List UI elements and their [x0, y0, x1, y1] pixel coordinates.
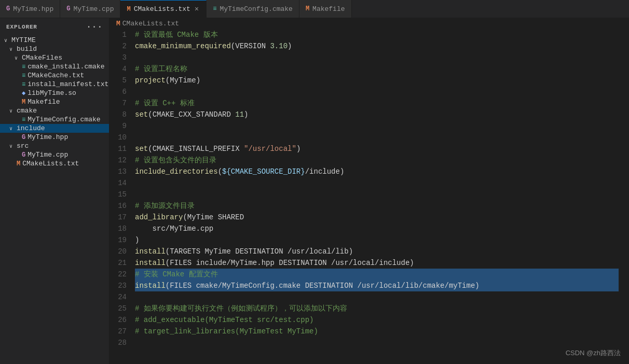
- tab-bar: GMyTime.hppGMyTime.cppMCMakeLists.txt×≡M…: [0, 0, 629, 18]
- token: MyTime SHARED: [187, 213, 244, 221]
- token: # 设置包含头文件的目录: [135, 156, 216, 164]
- tree-item-9[interactable]: ∨include: [0, 124, 109, 133]
- file-icon-8: ≡: [22, 116, 25, 123]
- code-line-21: install(FILES include/MyTime.hpp DESTINA…: [135, 257, 619, 269]
- token: ): [244, 110, 248, 119]
- tab-mytime-cpp[interactable]: GMyTime.cpp: [60, 0, 120, 18]
- root-label: MYTIME: [11, 36, 36, 44]
- token: ): [196, 76, 200, 85]
- code-line-19: ): [135, 234, 619, 246]
- line-num-3: 3: [114, 52, 127, 63]
- token: set: [135, 145, 148, 153]
- breadcrumb-icon: M: [116, 20, 120, 27]
- tree-item-2[interactable]: ≡cmake_install.cmake: [0, 62, 109, 71]
- tree-item-5[interactable]: ◆libMyTime.so: [0, 89, 109, 97]
- token: (: [166, 247, 170, 256]
- tree-item-0[interactable]: ∨build: [0, 45, 109, 53]
- code-line-8: set(CMAKE_CXX_STANDARD 11): [135, 109, 619, 120]
- token: (: [166, 259, 170, 267]
- line-num-1: 1: [114, 29, 127, 40]
- token: include_directories: [135, 167, 218, 176]
- line-num-5: 5: [114, 75, 127, 86]
- sidebar-menu-button[interactable]: ···: [86, 22, 103, 32]
- token: (: [231, 42, 235, 50]
- token: (: [218, 167, 222, 176]
- token: ): [409, 259, 414, 267]
- tab-close-cmakelists[interactable]: ×: [194, 4, 200, 15]
- tab-cmakelists[interactable]: MCMakeLists.txt×: [120, 0, 207, 18]
- file-icon-12: G: [22, 151, 25, 159]
- tree-item-6[interactable]: MMakefile: [0, 97, 109, 106]
- code-line-26: # add_executable(MyTimeTest src/test.cpp…: [135, 314, 619, 326]
- token: CMAKE_INSTALL_PREFIX: [153, 145, 244, 153]
- code-line-28: [135, 337, 619, 348]
- code-line-6: [135, 86, 619, 97]
- tab-label-mytimeconfig: MyTimeConfig.cmake: [220, 5, 292, 13]
- tree-item-11[interactable]: ∨src: [0, 142, 109, 150]
- tree-label-7: cmake: [17, 107, 37, 115]
- token: /include: [305, 167, 340, 176]
- chevron-icon-11: ∨: [9, 143, 17, 149]
- tree-root[interactable]: ∨ MYTIME: [0, 36, 109, 45]
- line-num-20: 20: [114, 246, 127, 257]
- tab-icon-mytimeconfig: ≡: [213, 5, 216, 12]
- token: 3.10: [270, 42, 288, 50]
- line-num-8: 8: [114, 109, 127, 120]
- line-num-27: 27: [114, 326, 127, 337]
- explorer-title: EXPLORER: [6, 24, 37, 30]
- code-line-16: # 添加源文件目录: [135, 200, 619, 212]
- tree-item-13[interactable]: MCMakeLists.txt: [0, 159, 109, 168]
- line-num-17: 17: [114, 212, 127, 223]
- tree-item-7[interactable]: ∨cmake: [0, 106, 109, 115]
- token: (: [166, 76, 170, 85]
- token: install: [135, 247, 166, 256]
- token: cmake_minimum_required: [135, 42, 231, 50]
- tree-item-3[interactable]: ≡CMakeCache.txt: [0, 71, 109, 80]
- line-num-24: 24: [114, 291, 127, 303]
- code-line-25: # 如果你要构建可执行文件（例如测试程序），可以添加以下内容: [135, 303, 619, 314]
- file-icon-6: M: [22, 99, 25, 106]
- tree-item-8[interactable]: ≡MyTimeConfig.cmake: [0, 115, 109, 124]
- tab-mytime-hpp[interactable]: GMyTime.hpp: [0, 0, 60, 18]
- tab-label-makefile: Makefile: [312, 5, 345, 13]
- line-num-26: 26: [114, 314, 127, 326]
- token: set: [135, 110, 148, 119]
- line-num-4: 4: [114, 63, 127, 75]
- code-line-22: # 安装 CMake 配置文件: [135, 269, 619, 280]
- tab-label-mytime-hpp: MyTime.hpp: [13, 5, 53, 13]
- token: # 设置最低 CMake 版本: [135, 31, 218, 39]
- token: FILES include/MyTime.hpp DESTINATION /us…: [170, 259, 409, 267]
- tab-mytimeconfig[interactable]: ≡MyTimeConfig.cmake: [207, 0, 299, 18]
- line-num-9: 9: [114, 120, 127, 132]
- code-line-12: # 设置包含头文件的目录: [135, 155, 619, 166]
- chevron-icon-7: ∨: [9, 108, 17, 114]
- line-num-10: 10: [114, 132, 127, 143]
- line-num-14: 14: [114, 177, 127, 189]
- token: ): [288, 42, 292, 50]
- chevron-icon-1: ∨: [15, 55, 22, 61]
- code-line-10: [135, 132, 619, 143]
- tab-makefile[interactable]: MMakefile: [299, 0, 352, 18]
- token: "/usr/local": [244, 145, 296, 153]
- token: # 设置 C++ 标准: [135, 99, 195, 107]
- token: src/MyTime.cpp: [135, 225, 213, 233]
- token: ): [475, 282, 479, 290]
- token: ): [349, 247, 353, 256]
- line-num-6: 6: [114, 86, 127, 97]
- code-line-11: set(CMAKE_INSTALL_PREFIX "/usr/local"): [135, 143, 619, 155]
- file-icon-13: M: [17, 160, 20, 167]
- editor-content[interactable]: 1234567891011121314151617181920212223242…: [109, 29, 629, 364]
- token: ): [296, 145, 300, 153]
- tree-item-10[interactable]: GMyTime.hpp: [0, 133, 109, 142]
- tree-item-1[interactable]: ∨CMakeFiles: [0, 53, 109, 62]
- tree-item-12[interactable]: GMyTime.cpp: [0, 150, 109, 159]
- line-num-16: 16: [114, 200, 127, 212]
- tree-item-4[interactable]: ≡install_manifest.txt: [0, 80, 109, 89]
- tree-label-11: src: [17, 142, 29, 150]
- token: (: [166, 282, 170, 290]
- line-num-12: 12: [114, 155, 127, 166]
- tree-label-4: install_manifest.txt: [28, 80, 108, 88]
- line-num-28: 28: [114, 337, 127, 348]
- breadcrumb-bar: M CMakeLists.txt: [109, 18, 629, 29]
- breadcrumb-text: CMakeLists.txt: [122, 20, 179, 27]
